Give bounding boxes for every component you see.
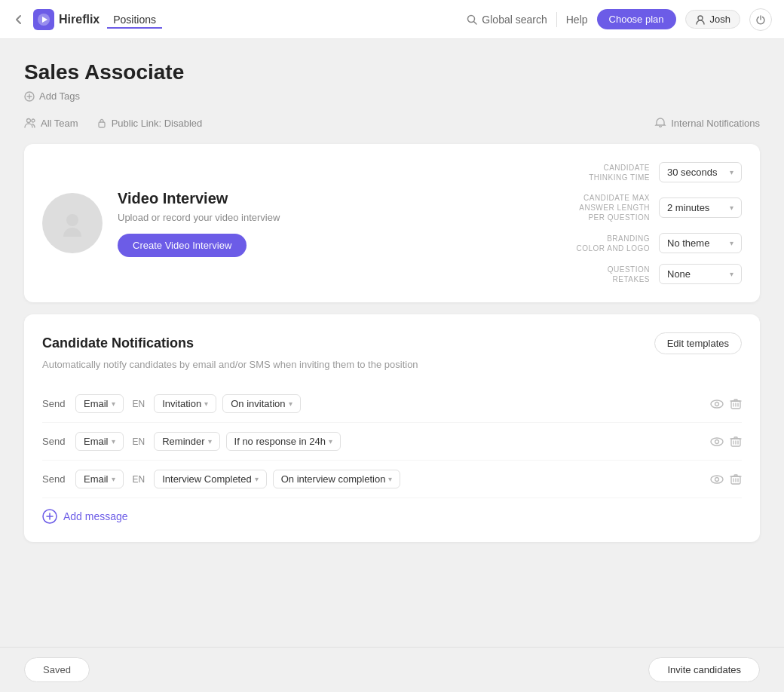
- logo: Hireflix: [33, 9, 100, 30]
- trigger-value-2: On interview completion: [281, 473, 386, 485]
- svg-point-26: [711, 476, 723, 483]
- edit-templates-button[interactable]: Edit templates: [654, 332, 742, 354]
- all-team-label: All Team: [41, 118, 78, 129]
- thinking-time-dropdown[interactable]: 30 seconds ▾: [659, 162, 742, 182]
- delete-button-2[interactable]: [730, 473, 742, 485]
- user-name: Josh: [710, 14, 730, 25]
- all-team-item[interactable]: All Team: [24, 117, 78, 129]
- video-info: Video Interview Upload or record your vi…: [118, 190, 561, 257]
- view-button-0[interactable]: [710, 397, 724, 411]
- view-button-1[interactable]: [710, 435, 724, 449]
- user-menu-button[interactable]: Josh: [685, 10, 740, 29]
- meta-row: All Team Public Link: Disabled Internal …: [24, 117, 760, 129]
- branding-dropdown[interactable]: No theme ▾: [659, 233, 742, 253]
- thinking-time-row: CANDIDATE THINKING TIME 30 seconds ▾: [561, 162, 742, 182]
- internal-notifications-item[interactable]: Internal Notifications: [654, 117, 760, 129]
- answer-length-label: CANDIDATE MAX ANSWER LENGTH PER QUESTION: [579, 193, 650, 222]
- notif-actions-2: [710, 473, 742, 486]
- public-link-label: Public Link: Disabled: [112, 118, 203, 129]
- add-tags-button[interactable]: Add Tags: [24, 90, 760, 102]
- power-button[interactable]: [749, 8, 772, 31]
- email-type-value-2: Email: [84, 473, 109, 485]
- add-message-button[interactable]: Add message: [42, 498, 742, 524]
- svg-point-19: [711, 438, 723, 446]
- back-button[interactable]: [12, 13, 26, 26]
- svg-line-3: [474, 21, 477, 24]
- global-search-button[interactable]: Global search: [467, 14, 547, 26]
- retakes-arrow: ▾: [730, 270, 733, 278]
- delete-button-0[interactable]: [730, 398, 742, 410]
- view-button-2[interactable]: [710, 473, 724, 486]
- svg-point-13: [715, 402, 719, 406]
- template-arrow-1: ▾: [208, 437, 212, 446]
- retakes-row: QUESTION RETAKES None ▾: [561, 264, 742, 284]
- video-settings-grid: CANDIDATE THINKING TIME 30 seconds ▾ CAN…: [561, 162, 742, 284]
- email-type-arrow-1: ▾: [112, 437, 115, 446]
- svg-point-20: [715, 439, 719, 443]
- help-button[interactable]: Help: [566, 14, 588, 26]
- notifications-title: Candidate Notifications: [42, 335, 194, 351]
- template-dropdown-2[interactable]: Interview Completed ▾: [154, 470, 267, 488]
- internal-notifications-label: Internal Notifications: [671, 118, 760, 129]
- retakes-dropdown[interactable]: None ▾: [659, 264, 742, 284]
- template-dropdown-0[interactable]: Invitation ▾: [154, 394, 216, 413]
- add-tags-label: Add Tags: [39, 90, 80, 102]
- thinking-time-value: 30 seconds: [667, 167, 718, 178]
- template-value-0: Invitation: [162, 398, 201, 409]
- notifications-subtitle: Automatically notify candidates by email…: [42, 359, 742, 370]
- saved-button[interactable]: Saved: [24, 657, 90, 682]
- send-label-1: Send: [42, 436, 69, 447]
- logo-icon: [33, 9, 54, 30]
- trigger-arrow-1: ▾: [329, 437, 332, 446]
- search-label: Global search: [482, 14, 547, 26]
- svg-rect-10: [99, 122, 105, 127]
- lang-2: EN: [130, 474, 149, 485]
- trigger-dropdown-2[interactable]: On interview completion ▾: [273, 470, 401, 488]
- trigger-arrow-0: ▾: [289, 400, 292, 408]
- trigger-value-0: On invitation: [231, 398, 285, 409]
- answer-length-value: 2 minutes: [667, 202, 709, 213]
- video-interview-subtitle: Upload or record your video interview: [118, 212, 561, 223]
- template-value-2: Interview Completed: [162, 473, 252, 485]
- svg-point-9: [32, 119, 35, 122]
- choose-plan-button[interactable]: Choose plan: [597, 9, 676, 29]
- send-label-0: Send: [42, 398, 69, 409]
- create-video-interview-button[interactable]: Create Video Interview: [118, 234, 247, 257]
- main-content: Sales Associate Add Tags All Team Public…: [0, 39, 784, 575]
- email-type-dropdown-0[interactable]: Email ▾: [75, 394, 124, 413]
- send-label-2: Send: [42, 473, 69, 485]
- video-thumbnail: [42, 193, 103, 253]
- trigger-dropdown-0[interactable]: On invitation ▾: [222, 394, 300, 413]
- video-interview-row: Video Interview Upload or record your vi…: [42, 162, 742, 284]
- template-arrow-2: ▾: [255, 475, 259, 483]
- email-type-dropdown-2[interactable]: Email ▾: [75, 470, 124, 488]
- trigger-dropdown-1[interactable]: If no response in 24h ▾: [226, 432, 341, 451]
- branding-label: BRANDING COLOR AND LOGO: [576, 234, 650, 253]
- logo-text: Hireflix: [59, 13, 100, 26]
- notification-row-reminder: Send Email ▾ EN Reminder ▾ If no respons…: [42, 423, 742, 461]
- notif-actions-0: [710, 397, 742, 411]
- thinking-time-arrow: ▾: [730, 168, 733, 176]
- answer-length-row: CANDIDATE MAX ANSWER LENGTH PER QUESTION…: [561, 193, 742, 222]
- positions-tab[interactable]: Positions: [107, 11, 162, 29]
- retakes-label: QUESTION RETAKES: [608, 265, 650, 284]
- video-interview-card: Video Interview Upload or record your vi…: [24, 144, 760, 302]
- page-title: Sales Associate: [24, 60, 760, 84]
- delete-button-1[interactable]: [730, 436, 742, 448]
- email-type-arrow-2: ▾: [112, 475, 115, 483]
- invite-candidates-button[interactable]: Invite candidates: [648, 657, 760, 682]
- public-link-item[interactable]: Public Link: Disabled: [96, 118, 203, 129]
- email-type-value-0: Email: [84, 398, 109, 409]
- add-message-label: Add message: [63, 510, 128, 522]
- notification-row-invitation: Send Email ▾ EN Invitation ▾ On invitati…: [42, 385, 742, 423]
- svg-point-8: [27, 119, 31, 123]
- email-type-dropdown-1[interactable]: Email ▾: [75, 432, 124, 451]
- lang-1: EN: [130, 436, 149, 447]
- bottom-bar: Saved Invite candidates: [0, 647, 784, 692]
- template-arrow-0: ▾: [204, 400, 208, 408]
- answer-length-dropdown[interactable]: 2 minutes ▾: [659, 197, 742, 218]
- branding-value: No theme: [667, 237, 709, 249]
- branding-row: BRANDING COLOR AND LOGO No theme ▾: [561, 233, 742, 253]
- thinking-time-label: CANDIDATE THINKING TIME: [589, 163, 650, 182]
- template-dropdown-1[interactable]: Reminder ▾: [154, 432, 219, 451]
